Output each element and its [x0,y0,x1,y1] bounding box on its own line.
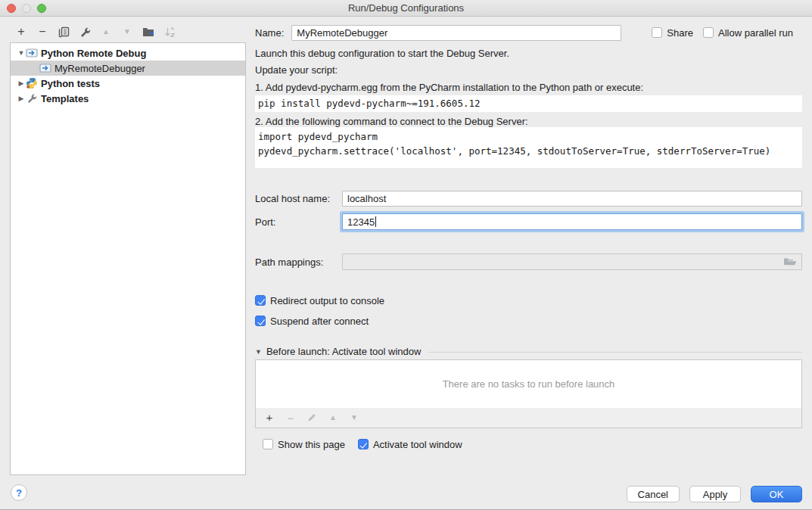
port-value: 12345 [347,216,375,228]
port-label: Port: [255,216,342,228]
section-divider [428,352,802,353]
remove-task-button[interactable]: − [285,412,297,424]
cancel-button[interactable]: Cancel [627,486,680,502]
help-icon: ? [16,487,22,499]
port-input[interactable]: 12345 [342,213,802,230]
templates-wrench-icon [26,92,38,104]
before-launch-toolbar: + − ▲ ▼ [255,408,802,428]
before-launch-tasks-panel: There are no tasks to run before launch [255,359,802,409]
copy-configuration-button[interactable] [58,26,70,38]
remote-debug-config-icon [39,62,51,74]
text-caret [375,216,376,227]
remove-icon: − [288,412,294,424]
tree-item-label: Templates [41,93,89,104]
tree-item-templates[interactable]: ▶ Templates [11,91,245,106]
add-icon: + [17,26,24,38]
tree-item-label: MyRemoteDebugger [54,63,145,74]
before-launch-title: Before launch: Activate tool window [266,346,422,357]
name-input[interactable] [291,25,621,41]
before-launch-section-header[interactable]: ▼ Before launch: Activate tool window [255,346,802,357]
instruction-update: Update your script: [255,64,338,76]
instruction-step1: 1. Add pydevd-pycharm.egg from the PyCha… [255,82,643,93]
edit-wrench-icon [79,26,91,38]
path-mappings-label: Path mappings: [255,257,342,268]
title-bar: Run/Debug Configurations [0,0,812,17]
share-label: Share [667,27,693,39]
move-down-icon: ▼ [350,412,358,424]
create-folder-button[interactable] [142,26,154,38]
run-debug-configurations-dialog: Run/Debug Configurations + − ▲ ▼ ▼ Pytho… [0,0,812,510]
name-label: Name: [255,27,284,39]
instruction-intro: Launch this debug configuration to start… [255,48,509,59]
settrace-code-line1: import pydevd_pycharm [258,129,802,144]
move-up-icon: ▲ [102,26,110,38]
share-option: Share [652,27,693,39]
zoom-window-button[interactable] [37,4,46,13]
suspend-after-connect-checkbox[interactable] [255,316,266,326]
traffic-lights [7,4,46,13]
local-host-name-label: Local host name: [255,193,342,204]
share-checkbox[interactable] [652,27,662,38]
move-task-down-button[interactable]: ▼ [348,412,360,424]
instruction-step2: 2. Add the following command to connect … [255,116,528,127]
allow-parallel-run-option: Allow parallel run [703,27,793,39]
edit-defaults-button[interactable] [79,26,91,38]
collapsed-chevron-icon[interactable]: ▶ [17,95,26,102]
new-folder-icon [142,26,154,37]
path-mappings-input[interactable] [342,253,802,270]
activate-tool-window-checkbox[interactable] [358,439,369,449]
sort-configurations-button[interactable] [163,26,176,38]
remove-icon: − [39,26,45,38]
ok-button[interactable]: OK [751,486,802,502]
move-up-button[interactable]: ▲ [100,26,112,38]
tree-item-label: Python tests [41,78,100,89]
local-host-name-input[interactable] [342,191,802,207]
show-this-page-checkbox[interactable] [263,439,273,449]
redirect-output-label: Redirect output to console [270,295,384,306]
tree-item-python-remote-debug[interactable]: ▼ Python Remote Debug [11,45,245,61]
add-configuration-button[interactable]: + [15,26,27,38]
copy-icon [58,26,70,38]
show-this-page-label: Show this page [278,439,345,450]
add-icon: + [266,412,273,424]
allow-parallel-run-label: Allow parallel run [718,27,793,39]
move-down-icon: ▼ [123,26,131,38]
configurations-tree: ▼ Python Remote Debug MyRemoteDebugger ▶ [10,42,246,475]
remove-configuration-button[interactable]: − [36,26,48,38]
activate-tool-window-label: Activate tool window [373,439,462,450]
tree-item-myremotedebugger[interactable]: MyRemoteDebugger [11,61,245,76]
apply-button[interactable]: Apply [689,486,741,502]
expanded-chevron-icon: ▼ [255,348,262,356]
move-task-up-button[interactable]: ▲ [327,412,339,424]
sort-alphabetically-icon [164,26,176,38]
help-button[interactable]: ? [11,484,27,501]
edit-task-button[interactable] [306,412,318,424]
dialog-buttons: Cancel Apply OK [627,486,802,502]
minimize-window-button[interactable] [22,4,31,13]
open-folder-icon[interactable] [783,257,797,267]
add-task-button[interactable]: + [263,412,275,424]
suspend-after-connect-label: Suspend after connect [270,316,369,327]
tree-item-label: Python Remote Debug [41,48,146,59]
settrace-code-block: import pydevd_pycharm pydevd_pycharm.set… [255,127,802,168]
window-title: Run/Debug Configurations [0,0,812,16]
expanded-chevron-icon[interactable]: ▼ [17,49,26,57]
move-down-button[interactable]: ▼ [121,26,133,38]
configuration-form: Name: Share Allow parallel run Launch th… [255,21,802,477]
pencil-icon [306,412,317,423]
redirect-output-checkbox[interactable] [255,295,266,306]
remote-debug-config-icon [26,47,38,59]
allow-parallel-run-checkbox[interactable] [703,27,714,38]
move-up-icon: ▲ [329,412,337,424]
close-window-button[interactable] [7,4,16,13]
pip-install-code: pip install pydevd-pycharm~=191.6605.12 [255,95,802,112]
configurations-toolbar: + − ▲ ▼ [10,23,246,41]
collapsed-chevron-icon[interactable]: ▶ [17,79,26,87]
no-tasks-message: There are no tasks to run before launch [443,378,615,390]
settrace-code-line2: pydevd_pycharm.settrace('localhost', por… [258,144,802,158]
tree-item-python-tests[interactable]: ▶ Python tests [11,76,245,91]
python-tests-icon [26,77,38,89]
